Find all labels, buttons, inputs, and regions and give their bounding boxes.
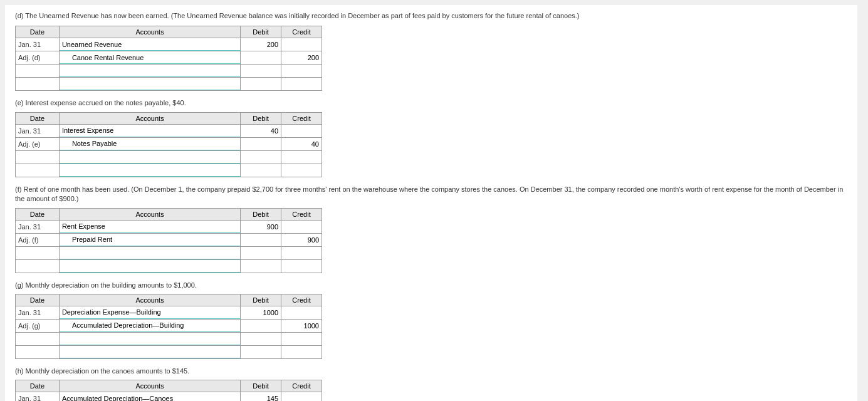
section-d-note: (d) The Unearned Revenue has now been ea… [15,11,847,21]
account-input-3-1[interactable] [60,320,240,332]
row-debit-2-1 [241,233,281,246]
row-credit-3-0 [281,306,322,319]
row-account-1-0[interactable] [59,124,240,137]
row-account-2-1[interactable] [59,233,240,246]
section-h-note: (h) Monthly depreciation on the canoes a… [15,367,847,376]
header-debit-e: Debit [241,112,281,124]
page-content: (d) The Unearned Revenue has now been ea… [5,5,857,401]
header-date-d: Date [16,26,60,38]
row-account-0-0[interactable] [59,38,240,51]
row-account-3-0[interactable] [59,306,240,319]
row-date-3-2 [16,332,60,345]
account-input-3-3[interactable] [60,346,240,358]
header-credit-e: Credit [281,112,322,124]
section-g-note: (g) Monthly depreciation on the building… [15,281,847,290]
account-input-0-2[interactable] [60,65,240,77]
row-date-1-3 [16,164,60,177]
row-credit-1-3 [281,164,322,177]
account-input-3-0[interactable] [60,306,240,319]
header-date-h: Date [16,380,60,392]
row-date-1-0: Jan. 31 [16,124,60,137]
row-debit-2-2 [241,246,281,259]
header-credit-g: Credit [281,294,322,306]
row-credit-1-0 [281,124,322,137]
row-debit-1-0: 40 [241,124,281,137]
row-account-3-1[interactable] [59,319,240,332]
row-debit-0-1 [241,51,281,65]
header-credit-f: Credit [281,208,322,220]
row-debit-1-1 [241,137,281,150]
row-account-3-2[interactable] [59,332,240,345]
account-input-2-3[interactable] [60,260,240,273]
account-input-1-0[interactable] [60,125,240,137]
row-credit-3-3 [281,345,322,358]
row-date-3-0: Jan. 31 [16,306,60,319]
header-debit-d: Debit [241,26,281,38]
account-input-4-0[interactable] [60,392,240,401]
account-input-2-0[interactable] [60,221,240,233]
row-credit-1-2 [281,150,322,164]
header-accounts-e: Accounts [59,112,240,124]
account-input-3-2[interactable] [60,333,240,345]
row-credit-2-0 [281,220,322,233]
header-accounts-f: Accounts [59,208,240,220]
row-date-1-1: Adj. (e) [16,137,60,150]
row-account-3-3[interactable] [59,345,240,358]
row-credit-3-1: 1000 [281,319,322,332]
header-credit-d: Credit [281,26,322,38]
header-date-e: Date [16,112,60,124]
row-credit-2-1: 900 [281,233,322,246]
row-date-0-1: Adj. (d) [16,51,60,65]
row-credit-3-2 [281,332,322,345]
header-debit-g: Debit [241,294,281,306]
section-h-table: Date Accounts Debit Credit Jan. 31145Adj… [15,380,322,401]
account-input-1-2[interactable] [60,151,240,164]
row-date-2-3 [16,259,60,273]
row-debit-3-2 [241,332,281,345]
row-account-0-1[interactable] [59,51,240,65]
row-account-2-3[interactable] [59,259,240,273]
row-debit-2-0: 900 [241,220,281,233]
header-accounts-h: Accounts [59,380,240,392]
account-input-0-3[interactable] [60,78,240,90]
row-credit-0-0 [281,38,322,51]
row-date-3-3 [16,345,60,358]
account-input-2-2[interactable] [60,247,240,259]
row-date-4-0: Jan. 31 [16,392,60,401]
account-input-1-1[interactable] [60,138,240,150]
row-account-1-3[interactable] [59,164,240,177]
row-date-0-3 [16,78,60,91]
row-debit-3-0: 1000 [241,306,281,319]
header-date-f: Date [16,208,60,220]
row-account-1-1[interactable] [59,137,240,150]
row-credit-2-2 [281,246,322,259]
row-account-2-0[interactable] [59,220,240,233]
row-account-2-2[interactable] [59,246,240,259]
row-debit-2-3 [241,259,281,273]
section-g-table: Date Accounts Debit Credit Jan. 311000Ad… [15,294,322,359]
account-input-0-1[interactable] [60,51,240,64]
row-date-2-0: Jan. 31 [16,220,60,233]
account-input-1-3[interactable] [60,164,240,177]
account-input-2-1[interactable] [60,234,240,246]
row-debit-1-2 [241,150,281,164]
row-account-0-2[interactable] [59,65,240,78]
row-account-1-2[interactable] [59,150,240,164]
section-d-table: Date Accounts Debit Credit Jan. 31200Adj… [15,26,322,91]
header-accounts-g: Accounts [59,294,240,306]
section-e-table: Date Accounts Debit Credit Jan. 3140Adj.… [15,112,322,177]
header-debit-f: Debit [241,208,281,220]
row-date-2-2 [16,246,60,259]
row-account-0-3[interactable] [59,78,240,91]
row-date-2-1: Adj. (f) [16,233,60,246]
row-debit-3-1 [241,319,281,332]
row-debit-3-3 [241,345,281,358]
row-date-0-0: Jan. 31 [16,38,60,51]
row-date-0-2 [16,65,60,78]
row-credit-2-3 [281,259,322,273]
section-e-note: (e) Interest expense accrued on the note… [15,98,847,108]
row-credit-1-1: 40 [281,137,322,150]
row-date-3-1: Adj. (g) [16,319,60,332]
account-input-0-0[interactable] [60,38,240,51]
row-account-4-0[interactable] [59,392,240,401]
